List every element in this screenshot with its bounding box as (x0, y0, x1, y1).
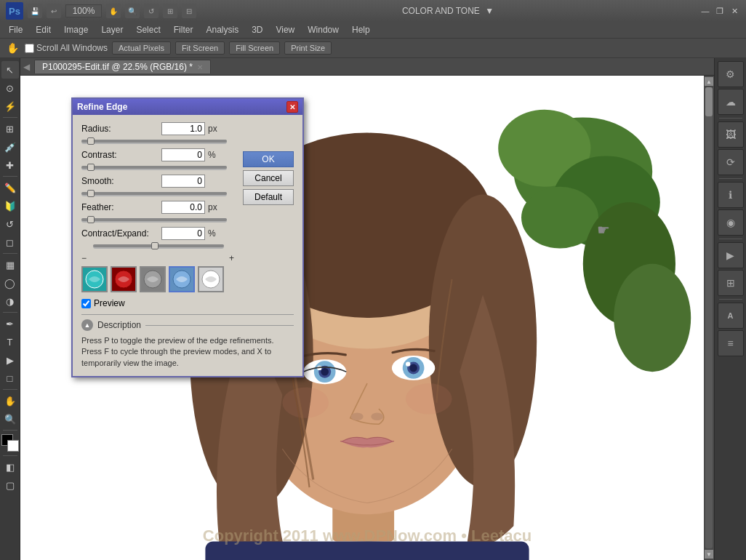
contract-input[interactable] (161, 227, 205, 240)
quick-mask-tool[interactable]: ◧ (1, 458, 19, 476)
radius-slider[interactable] (81, 140, 227, 144)
scroll-all-input[interactable] (25, 44, 34, 53)
pen-tool[interactable]: ✒ (1, 315, 19, 332)
right-tool-align[interactable]: ≡ (718, 330, 744, 356)
menu-layer[interactable]: Layer (95, 23, 129, 36)
crop-tool[interactable]: ⊞ (1, 120, 19, 137)
contract-slider[interactable] (93, 244, 224, 249)
right-tool-5[interactable]: ◉ (718, 209, 744, 236)
background-color[interactable] (7, 440, 19, 452)
dropdown-arrow[interactable]: ▼ (485, 6, 494, 16)
hand-tool[interactable]: ✋ (1, 392, 19, 409)
minimize-button[interactable]: — (699, 5, 711, 17)
print-size-button[interactable]: Print Size (284, 41, 332, 55)
smooth-slider-thumb[interactable] (87, 190, 95, 197)
undo-icon[interactable]: ↩ (47, 4, 61, 18)
hand-tool-title[interactable]: ✋ (106, 4, 121, 18)
menu-image[interactable]: Image (58, 23, 94, 36)
menu-edit[interactable]: Edit (30, 23, 57, 36)
preview-checkbox[interactable] (81, 299, 91, 308)
smooth-input[interactable] (161, 175, 205, 188)
dialog-title-bar[interactable]: Refine Edge ✕ (73, 99, 302, 115)
restore-button[interactable]: ❐ (714, 5, 726, 17)
contrast-slider-thumb[interactable] (87, 164, 95, 171)
right-tool-2[interactable]: ☁ (718, 89, 744, 115)
tab-image[interactable]: P1000295-Edit.tif @ 22.5% (RGB/16) * ✕ (34, 60, 211, 73)
right-tool-text[interactable]: A (718, 303, 744, 329)
menu-analysis[interactable]: Analysis (200, 23, 244, 36)
scroll-all-checkbox[interactable]: Scroll All Windows (25, 43, 108, 53)
fill-screen-button[interactable]: Fill Screen (229, 41, 280, 55)
right-tool-info[interactable]: ℹ (718, 182, 744, 208)
ok-button[interactable]: OK (243, 151, 294, 167)
healing-tool[interactable]: ✚ (1, 156, 19, 174)
scroll-down-arrow[interactable]: ▼ (705, 550, 713, 559)
gradient-tool[interactable]: ▦ (1, 256, 19, 273)
preview-checkbox-row[interactable]: Preview (81, 298, 294, 308)
smooth-slider[interactable] (81, 192, 227, 196)
dodge-tool[interactable]: ◑ (1, 292, 19, 310)
cancel-button[interactable]: Cancel (243, 170, 294, 186)
right-tool-grid[interactable]: ⊞ (718, 270, 744, 296)
menu-3d[interactable]: 3D (246, 23, 268, 36)
contrast-slider[interactable] (81, 166, 227, 170)
menu-file[interactable]: File (3, 23, 28, 36)
preview-icon-2[interactable] (111, 266, 137, 292)
radius-slider-thumb[interactable] (87, 137, 95, 145)
preview-icon-1[interactable] (81, 266, 108, 292)
right-tool-play[interactable]: ▶ (718, 242, 744, 268)
screen-mode-tool[interactable]: ▢ (1, 476, 19, 494)
zoom-tool-title[interactable]: 🔍 (125, 4, 140, 18)
close-button[interactable]: ✕ (729, 5, 740, 17)
vertical-scrollbar[interactable]: ▲ ▼ (704, 76, 714, 560)
tab-close-button[interactable]: ✕ (197, 63, 203, 71)
actual-pixels-button[interactable]: Actual Pixels (112, 41, 171, 55)
shape-tool[interactable]: □ (1, 369, 19, 387)
rotate-tool-title[interactable]: ↺ (144, 4, 159, 18)
menu-help[interactable]: Help (346, 23, 376, 36)
contrast-input[interactable] (161, 148, 205, 161)
menu-view[interactable]: View (270, 23, 300, 36)
zoom-tool[interactable]: 🔍 (1, 410, 19, 428)
eyedropper-tool[interactable]: 💉 (1, 138, 19, 156)
eraser-tool[interactable]: ◻ (1, 233, 19, 251)
radius-input[interactable] (161, 122, 205, 135)
lasso-tool[interactable]: ⊙ (1, 79, 19, 97)
feather-input[interactable] (161, 201, 205, 214)
desc-collapse-arrow[interactable]: ▲ (81, 319, 93, 331)
magic-wand-tool[interactable]: ⚡ (1, 97, 19, 115)
collapse-arrow-left[interactable]: ◀ (23, 62, 30, 72)
save-icon[interactable]: 💾 (28, 4, 42, 18)
clone-tool[interactable]: 🔰 (1, 197, 19, 215)
move-tool[interactable]: ↖ (1, 61, 19, 79)
menu-window[interactable]: Window (302, 23, 345, 36)
default-button[interactable]: Default (243, 189, 294, 205)
zoom-display[interactable]: 100% (65, 4, 102, 17)
menu-filter[interactable]: Filter (168, 23, 199, 36)
scroll-up-arrow[interactable]: ▲ (705, 77, 713, 86)
color-swatches[interactable] (1, 434, 19, 452)
hand-tool-icon[interactable]: ✋ (4, 40, 20, 56)
feather-slider[interactable] (81, 218, 227, 223)
preview-icon-3[interactable] (140, 266, 166, 292)
scroll-thumb[interactable] (705, 87, 713, 116)
brush-tool[interactable]: ✏️ (1, 179, 19, 196)
history-brush-tool[interactable]: ↺ (1, 215, 19, 233)
fit-screen-button[interactable]: Fit Screen (175, 41, 225, 55)
dialog-close-button[interactable]: ✕ (286, 101, 298, 113)
contract-slider-thumb[interactable] (151, 242, 159, 249)
menu-select[interactable]: Select (130, 23, 166, 36)
preview-icon-4[interactable] (169, 266, 195, 292)
right-tool-4[interactable]: ⟳ (718, 149, 744, 175)
right-tool-3[interactable]: 🖼 (718, 121, 744, 148)
preview-icon-5[interactable] (198, 266, 224, 292)
path-select-tool[interactable]: ▶ (1, 351, 19, 369)
canvas-content[interactable]: ☛ Copyright 2011 www.DPNow.com • Leetacu… (20, 76, 714, 560)
arrange-icon[interactable]: ⊞ (163, 4, 177, 18)
feather-slider-thumb[interactable] (87, 216, 95, 223)
text-tool[interactable]: T (1, 333, 19, 351)
grid-icon[interactable]: ⊟ (182, 4, 196, 18)
blur-tool[interactable]: ◯ (1, 274, 19, 292)
right-tool-1[interactable]: ⚙ (718, 61, 744, 87)
smooth-label: Smooth: (81, 176, 161, 186)
